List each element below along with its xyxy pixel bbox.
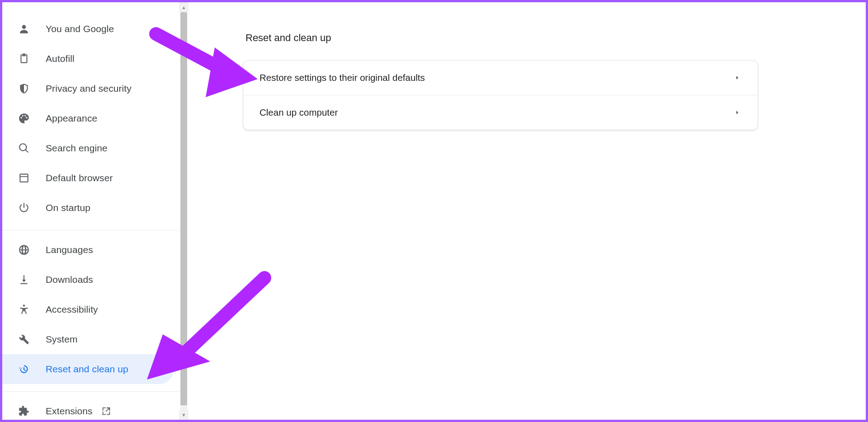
sidebar-item-label: Downloads (46, 274, 165, 285)
chevron-right-icon (733, 74, 741, 82)
sidebar-item-label: Accessibility (46, 304, 165, 315)
palette-icon (18, 112, 30, 125)
power-icon (18, 202, 30, 214)
person-icon (18, 23, 30, 35)
options-card: Restore settings to their original defau… (243, 60, 758, 130)
sidebar-item-autofill[interactable]: Autofill (2, 44, 174, 74)
chevron-right-icon (733, 108, 741, 117)
section-title: Reset and clean up (245, 32, 866, 44)
sidebar-divider (2, 391, 179, 392)
sidebar-item-label: Default browser (46, 173, 165, 183)
sidebar-item-you-and-google[interactable]: You and Google (2, 14, 174, 44)
sidebar-item-label: Autofill (46, 53, 165, 64)
option-label: Clean up computer (259, 107, 338, 118)
sidebar-item-accessibility[interactable]: Accessibility (2, 295, 174, 324)
sidebar-item-label: On startup (46, 202, 165, 213)
svg-point-0 (22, 25, 26, 29)
sidebar-item-appearance[interactable]: Appearance (2, 103, 174, 133)
sidebar-item-privacy[interactable]: Privacy and security (2, 74, 174, 103)
sidebar-item-extensions[interactable]: Extensions (2, 396, 174, 422)
sidebar-item-default-browser[interactable]: Default browser (2, 163, 174, 193)
accessibility-icon (18, 303, 30, 316)
sidebar-item-reset-cleanup[interactable]: Reset and clean up (2, 354, 174, 384)
sidebar-item-label: You and Google (46, 23, 165, 34)
history-icon (18, 363, 30, 375)
sidebar-item-label: Privacy and security (46, 83, 165, 94)
download-icon (18, 273, 30, 286)
sidebar-item-label: Search engine (46, 143, 165, 154)
sidebar-item-system[interactable]: System (2, 324, 174, 354)
settings-sidebar: You and Google Autofill Privacy and secu… (2, 2, 179, 420)
sidebar-group-extensions: Extensions (2, 394, 179, 422)
globe-icon (18, 244, 30, 256)
shield-icon (18, 82, 30, 95)
option-label: Restore settings to their original defau… (259, 72, 425, 83)
scroll-down-arrow-icon[interactable]: ▼ (179, 410, 189, 420)
scrollbar-track[interactable] (180, 2, 187, 420)
sidebar-item-languages[interactable]: Languages (2, 235, 174, 265)
sidebar-item-label: Appearance (46, 113, 165, 124)
browser-icon (18, 172, 30, 184)
option-cleanup-computer[interactable]: Clean up computer (243, 95, 758, 130)
main-content: Reset and clean up Restore settings to t… (189, 2, 866, 420)
sidebar-item-downloads[interactable]: Downloads (2, 265, 174, 295)
sidebar-item-label: Reset and clean up (46, 364, 165, 375)
sidebar-item-search-engine[interactable]: Search engine (2, 133, 174, 163)
sidebar-item-label: Extensions (46, 406, 93, 417)
sidebar-group-advanced: Languages Downloads Accessibility System (2, 233, 179, 390)
external-link-icon (101, 406, 112, 417)
wrench-icon (18, 333, 30, 346)
scrollbar-thumb[interactable] (180, 12, 187, 405)
search-icon (18, 142, 30, 155)
option-restore-defaults[interactable]: Restore settings to their original defau… (243, 61, 758, 95)
sidebar-scrollbar[interactable]: ▲ ▼ (179, 2, 189, 420)
sidebar-group-basic: You and Google Autofill Privacy and secu… (2, 12, 179, 229)
clipboard-icon (18, 52, 30, 65)
app-frame: You and Google Autofill Privacy and secu… (0, 0, 868, 422)
scroll-up-arrow-icon[interactable]: ▲ (179, 2, 189, 12)
sidebar-item-label: System (46, 334, 165, 345)
sidebar-item-on-startup[interactable]: On startup (2, 193, 174, 223)
svg-point-1 (23, 305, 25, 306)
puzzle-icon (18, 405, 30, 417)
sidebar-divider (2, 230, 179, 230)
sidebar-item-label: Languages (46, 244, 165, 255)
